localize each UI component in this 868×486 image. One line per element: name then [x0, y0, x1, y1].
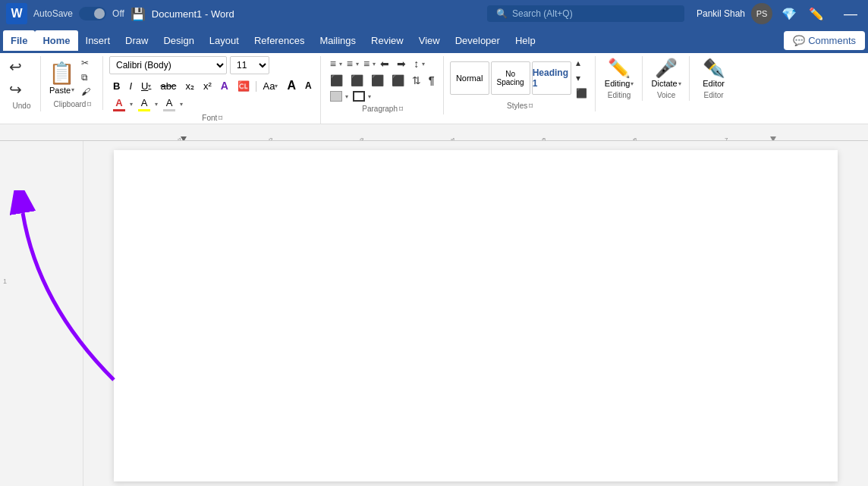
undo-button[interactable]: ↩ — [8, 56, 24, 77]
sort-button[interactable]: ⇅ — [409, 73, 424, 88]
search-bar[interactable]: 🔍 — [487, 5, 684, 22]
multilevel-button[interactable]: ≡ — [360, 56, 373, 71]
voice-group-label: Voice — [657, 91, 675, 99]
menu-bar: File Home Insert Draw Design Layout Refe… — [0, 27, 868, 53]
bold-button[interactable]: B — [109, 77, 124, 94]
search-input[interactable] — [512, 8, 664, 19]
menu-insert[interactable]: Insert — [78, 30, 118, 51]
superscript-button[interactable]: x² — [200, 77, 215, 94]
menu-review[interactable]: Review — [363, 30, 411, 51]
menu-references[interactable]: References — [247, 30, 312, 51]
bullets-button[interactable]: ≡ — [327, 56, 339, 71]
font-color-dropdown[interactable]: ▾ — [130, 101, 133, 108]
menu-view[interactable]: View — [411, 30, 448, 51]
justify-button[interactable]: ⬛ — [388, 73, 407, 88]
highlight-dropdown[interactable]: ▾ — [155, 101, 158, 108]
style-heading1[interactable]: Heading 1 — [532, 61, 571, 95]
pen-icon[interactable]: ✏️ — [806, 7, 827, 21]
paste-dropdown-arrow[interactable]: ▾ — [71, 86, 74, 93]
paste-button[interactable]: 📋 Paste ▾ — [47, 59, 77, 96]
menu-home[interactable]: Home — [35, 30, 77, 51]
align-right-button[interactable]: ⬛ — [368, 73, 387, 88]
editing-button[interactable]: ✏️ Editing ▾ — [602, 56, 637, 89]
shading-dropdown[interactable]: ▾ — [180, 101, 183, 108]
align-center-button[interactable]: ⬛ — [348, 73, 366, 88]
bullets-dropdown[interactable]: ▾ — [339, 61, 342, 67]
styles-down-button[interactable]: ▾ — [573, 71, 590, 85]
font-size-select[interactable]: 11 — [230, 56, 269, 74]
save-icon[interactable]: 💾 — [131, 7, 146, 21]
autosave-toggle[interactable] — [79, 7, 106, 20]
text-effects-button[interactable]: A — [217, 77, 232, 94]
menu-file[interactable]: File — [3, 30, 35, 51]
shading-para-dropdown[interactable]: ▾ — [345, 93, 348, 100]
cut-button[interactable]: ✂ — [78, 56, 93, 70]
numbering-dropdown[interactable]: ▾ — [356, 61, 359, 67]
underline-u-icon: U — [141, 80, 148, 92]
word-logo: W — [6, 3, 27, 24]
styles-expand-icon[interactable]: ⌑ — [529, 102, 533, 110]
autosave-off-label: Off — [112, 8, 124, 19]
style-normal[interactable]: Normal — [450, 61, 489, 95]
italic-button[interactable]: I — [125, 77, 136, 94]
clear-formatting-button[interactable]: 🆑 — [234, 77, 253, 94]
editor-button[interactable]: ✒️ Editor — [696, 56, 732, 89]
show-hide-button[interactable]: ¶ — [426, 73, 438, 88]
align-left-button[interactable]: ⬛ — [327, 73, 346, 88]
undo-group-label: Undo — [13, 102, 31, 110]
underline-button[interactable]: U▾ — [137, 77, 155, 94]
dictate-dropdown-arrow[interactable]: ▾ — [678, 80, 681, 87]
font-color-button[interactable]: A — [109, 96, 129, 112]
diamond-icon[interactable]: 💎 — [778, 7, 800, 21]
highlight-button[interactable]: A — [134, 96, 154, 112]
change-case-button[interactable]: Aa▾ — [259, 77, 281, 94]
borders-button[interactable] — [350, 89, 368, 103]
user-name: Pankil Shah — [697, 8, 745, 19]
menu-developer[interactable]: Developer — [448, 30, 508, 51]
shading-button[interactable] — [327, 89, 345, 103]
clipboard-expand-icon[interactable]: ⌑ — [87, 100, 91, 108]
redo-button[interactable]: ↪ — [8, 79, 24, 100]
shrink-font-button[interactable]: A — [301, 77, 316, 94]
increase-indent-button[interactable]: ➡ — [394, 56, 409, 71]
menu-layout[interactable]: Layout — [202, 30, 247, 51]
menu-help[interactable]: Help — [508, 30, 543, 51]
line-spacing-button[interactable]: ↕ — [410, 56, 422, 71]
underline-dropdown-arrow[interactable]: ▾ — [148, 83, 151, 89]
document-page[interactable] — [114, 150, 838, 481]
copy-button[interactable]: ⧉ — [78, 71, 93, 84]
styles-up-button[interactable]: ▴ — [573, 56, 590, 70]
user-avatar[interactable]: PS — [751, 3, 772, 24]
grow-font-button[interactable]: A — [283, 77, 300, 94]
minimize-button[interactable]: — — [839, 6, 862, 22]
font-expand-icon[interactable]: ⌑ — [219, 114, 222, 122]
dictate-button[interactable]: 🎤 Dictate ▾ — [649, 56, 684, 89]
styles-more-button[interactable]: ⬛ — [573, 86, 590, 100]
subscript-button[interactable]: x₂ — [181, 77, 198, 94]
style-no-spacing[interactable]: No Spacing — [491, 61, 530, 95]
format-painter-icon: 🖌 — [81, 86, 90, 97]
dictate-icon: 🎤 — [655, 58, 678, 79]
numbering-button[interactable]: ≡ — [344, 56, 356, 71]
decrease-indent-button[interactable]: ⬅ — [377, 56, 392, 71]
copy-icon: ⧉ — [81, 72, 88, 83]
font-family-select[interactable]: Calibri (Body) — [109, 56, 227, 74]
clipboard-group: 📋 Paste ▾ ✂ ⧉ 🖌 — [42, 56, 103, 110]
line-spacing-dropdown[interactable]: ▾ — [422, 61, 425, 67]
menu-design[interactable]: Design — [156, 30, 201, 51]
paragraph-expand-icon[interactable]: ⌑ — [399, 105, 403, 113]
editing-dropdown-arrow[interactable]: ▾ — [631, 80, 634, 87]
multilevel-dropdown[interactable]: ▾ — [373, 61, 376, 67]
shading-color-button[interactable]: A — [159, 96, 179, 112]
strikethrough-button[interactable]: abc — [156, 77, 180, 94]
menu-draw[interactable]: Draw — [118, 30, 156, 51]
dictate-label: Dictate ▾ — [652, 79, 681, 88]
ribbon: ↩ ↪ Undo 📋 Paste ▾ — [0, 53, 868, 124]
paste-icon: 📋 — [49, 61, 75, 86]
menu-mailings[interactable]: Mailings — [312, 30, 363, 51]
paste-label: Paste ▾ — [49, 86, 74, 95]
format-painter-button[interactable]: 🖌 — [78, 85, 93, 99]
comments-button[interactable]: 💬 Comments — [784, 31, 865, 50]
borders-dropdown[interactable]: ▾ — [368, 93, 371, 100]
editing-icon: ✏️ — [608, 58, 631, 79]
